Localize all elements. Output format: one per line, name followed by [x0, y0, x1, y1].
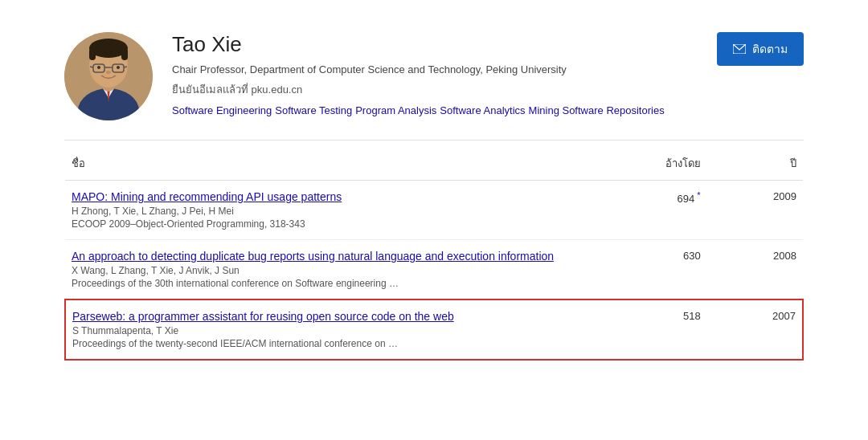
- paper-title[interactable]: An approach to detecting duplicate bug r…: [72, 250, 612, 263]
- paper-authors: X Wang, L Zhang, T Xie, J Anvik, J Sun: [72, 265, 612, 276]
- papers-table: ชื่อ อ้างโดย ปี MAPO: Mining and recomme…: [64, 147, 804, 361]
- tag-software-engineering[interactable]: Software Engineering: [172, 104, 272, 116]
- paper-year: 2007: [707, 299, 803, 360]
- paper-citations: 630: [619, 240, 707, 300]
- avatar-image: [64, 32, 153, 120]
- paper-authors: S Thummalapenta, T Xie: [72, 325, 612, 336]
- profile-info: Tao Xie Chair Professor, Department of C…: [172, 32, 698, 116]
- svg-rect-8: [121, 48, 128, 60]
- table-row: An approach to detecting duplicate bug r…: [65, 240, 803, 300]
- paper-venue: Proceedings of the twenty-second IEEE/AC…: [72, 338, 612, 349]
- follow-button[interactable]: ติดตาม: [717, 32, 804, 66]
- paper-authors: H Zhong, T Xie, L Zhang, J Pei, H Mei: [72, 206, 612, 217]
- svg-rect-7: [89, 48, 96, 60]
- svg-point-15: [117, 66, 120, 69]
- avatar: [64, 32, 153, 120]
- svg-line-12: [90, 67, 93, 67]
- header-row: ชื่อ อ้างโดย ปี: [65, 147, 803, 181]
- paper-name-cell: An approach to detecting duplicate bug r…: [65, 240, 619, 300]
- svg-point-14: [97, 66, 100, 69]
- table-row: Parseweb: a programmer assistant for reu…: [65, 299, 803, 360]
- col-header-name: ชื่อ: [65, 147, 619, 181]
- paper-year: 2008: [707, 240, 803, 300]
- table-header: ชื่อ อ้างโดย ปี: [65, 147, 803, 181]
- tag-software-analytics[interactable]: Software Analytics: [440, 104, 525, 116]
- profile-section: Tao Xie Chair Professor, Department of C…: [64, 16, 804, 141]
- col-header-year: ปี: [707, 147, 803, 181]
- email-icon: [733, 44, 746, 54]
- tag-software-testing[interactable]: Software Testing: [275, 104, 352, 116]
- col-header-cited: อ้างโดย: [619, 147, 707, 181]
- paper-citations[interactable]: 694 *: [619, 181, 707, 240]
- tag-program-analysis[interactable]: Program Analysis: [355, 104, 436, 116]
- paper-citations: 518: [619, 299, 707, 360]
- profile-title: Chair Professor, Department of Computer …: [172, 62, 698, 78]
- paper-name-cell: Parseweb: a programmer assistant for reu…: [65, 299, 619, 360]
- papers-section: ชื่อ อ้างโดย ปี MAPO: Mining and recomme…: [64, 147, 804, 361]
- profile-name: Tao Xie: [172, 32, 698, 57]
- profile-tags: Software Engineering Software Testing Pr…: [172, 104, 698, 116]
- papers-tbody: MAPO: Mining and recommending API usage …: [65, 181, 803, 361]
- paper-year: 2009: [707, 181, 803, 240]
- paper-venue: Proceedings of the 30th international co…: [72, 278, 612, 289]
- table-row: MAPO: Mining and recommending API usage …: [65, 181, 803, 240]
- profile-email: ยืนยันอีเมลแล้วที่ pku.edu.cn: [172, 81, 698, 98]
- tag-mining-software[interactable]: Mining Software Repositories: [529, 104, 665, 116]
- citation-star[interactable]: *: [694, 190, 700, 200]
- svg-line-13: [124, 67, 127, 67]
- paper-title[interactable]: MAPO: Mining and recommending API usage …: [72, 190, 612, 203]
- paper-title[interactable]: Parseweb: a programmer assistant for reu…: [72, 310, 612, 323]
- page-wrapper: Tao Xie Chair Professor, Department of C…: [32, 0, 836, 377]
- paper-name-cell: MAPO: Mining and recommending API usage …: [65, 181, 619, 240]
- svg-point-16: [106, 71, 111, 74]
- paper-venue: ECOOP 2009–Object-Oriented Programming, …: [72, 218, 612, 230]
